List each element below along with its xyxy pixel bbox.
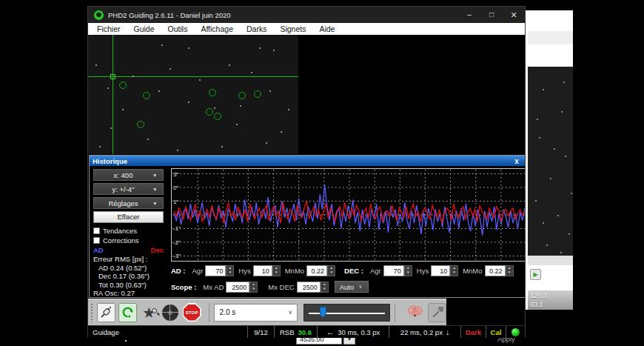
star bbox=[561, 111, 563, 113]
title-bar[interactable]: PHD2 Guiding 2.6.11 - Daniel juin 2020 –… bbox=[88, 7, 525, 23]
star bbox=[563, 81, 565, 83]
background-window-panel bbox=[528, 44, 573, 67]
menu-guide[interactable]: Guide bbox=[127, 24, 161, 33]
exposure-duration-dropdown[interactable]: 2.0 s ∨ bbox=[214, 304, 298, 322]
max-dec-duration-spinner[interactable]: 2500 ▲▼ bbox=[297, 282, 329, 293]
loop-exposures-button[interactable] bbox=[118, 303, 137, 322]
menu-outils[interactable]: Outils bbox=[161, 24, 195, 33]
clear-button[interactable]: Effacer bbox=[93, 211, 164, 223]
star bbox=[99, 146, 101, 147]
status-bar: Guidage 9/12 RSB 30.6 ← 30 ms, 0.3 px 22… bbox=[88, 325, 525, 338]
connect-equipment-button[interactable] bbox=[97, 303, 115, 322]
guide-camera-image[interactable] bbox=[88, 35, 298, 154]
status-ra-correction: ← 30 ms, 0.3 px bbox=[317, 326, 389, 338]
star bbox=[147, 139, 149, 140]
max-ra-duration-spinner[interactable]: 2500 ▲▼ bbox=[226, 282, 258, 293]
stop-sign-icon: STOP bbox=[183, 303, 201, 322]
main-toolbar: ★ STOP 2.0 s ∨ bbox=[88, 299, 525, 325]
spinner-arrows-icon[interactable]: ▲▼ bbox=[506, 265, 514, 276]
menu-darks[interactable]: Darks bbox=[240, 24, 273, 33]
background-window-strip: ▶ 125.3 83.1 bbox=[526, 10, 573, 310]
history-panel-titlebar[interactable]: Historique x bbox=[90, 156, 525, 166]
readout-value: 125.3 bbox=[530, 291, 573, 300]
menu-signets[interactable]: Signets bbox=[273, 24, 312, 33]
x-scale-dropdown[interactable]: x: 400 ▼ bbox=[93, 169, 164, 181]
spinner-arrows-icon[interactable]: ▲▼ bbox=[327, 265, 335, 276]
spinner-arrows-icon[interactable]: ▲▼ bbox=[226, 265, 234, 276]
maximize-button[interactable]: □ bbox=[480, 7, 503, 23]
trend-checkbox[interactable] bbox=[93, 227, 100, 234]
star bbox=[170, 68, 171, 70]
play-arrow-button[interactable]: ▶ bbox=[530, 269, 541, 280]
guide-star-circle bbox=[119, 81, 127, 89]
ad-hysteresis-spinner[interactable]: 10 ▲▼ bbox=[253, 265, 281, 276]
target-crosshair-icon bbox=[162, 305, 178, 321]
guiding-history-chart: 3"2"1"-1"-2"-3" bbox=[171, 168, 525, 262]
guide-star-circle bbox=[143, 92, 150, 99]
star bbox=[188, 102, 189, 103]
dec-guide-mode-dropdown[interactable]: Auto ∨ bbox=[335, 281, 369, 293]
star bbox=[269, 90, 271, 92]
star bbox=[535, 200, 537, 202]
settings-dropdown[interactable]: Réglages ▼ bbox=[93, 197, 164, 209]
chevron-down-icon: ∨ bbox=[288, 309, 292, 316]
menu-bar: Fichier Guide Outils Affichage Darks Sig… bbox=[88, 23, 525, 35]
star bbox=[199, 79, 201, 81]
begin-guiding-button[interactable] bbox=[161, 303, 180, 322]
crosshair-horizontal-line bbox=[88, 76, 298, 77]
camera-settings-button[interactable] bbox=[428, 303, 446, 322]
star bbox=[221, 146, 223, 147]
arrow-down-icon: ↓ bbox=[446, 327, 449, 336]
star bbox=[251, 72, 252, 73]
star bbox=[214, 107, 215, 109]
star bbox=[546, 244, 548, 246]
menu-aide[interactable]: Aide bbox=[312, 24, 341, 33]
stop-button[interactable]: STOP bbox=[183, 303, 201, 322]
ad-minmove-spinner[interactable]: 0.22 ▲▼ bbox=[306, 265, 335, 276]
star bbox=[259, 47, 261, 49]
corrections-checkbox[interactable] bbox=[93, 237, 100, 244]
guide-star-circle bbox=[238, 92, 246, 99]
history-controls-column: x: 400 ▼ y: +/-4" ▼ Réglages ▼ Effacer bbox=[90, 166, 170, 298]
star bbox=[229, 64, 230, 66]
y-tick-label: 3" bbox=[173, 170, 178, 177]
dec-aggression-spinner[interactable]: 70 ▲▼ bbox=[383, 265, 412, 276]
minimize-button[interactable]: – bbox=[458, 7, 480, 23]
y-tick-label: -3" bbox=[173, 253, 181, 259]
slider-handle[interactable] bbox=[320, 307, 326, 318]
auto-select-star-button[interactable]: ★ bbox=[140, 303, 158, 322]
star bbox=[266, 142, 267, 144]
history-close-icon[interactable]: x bbox=[511, 157, 522, 165]
legend-ra-label: AD bbox=[93, 246, 151, 254]
dec-minmove-spinner[interactable]: 0.22 ▲▼ bbox=[485, 265, 514, 276]
star bbox=[288, 109, 289, 110]
chevron-down-icon: ∨ bbox=[358, 284, 362, 290]
menu-fichier[interactable]: Fichier bbox=[90, 24, 127, 33]
spinner-arrows-icon[interactable]: ▲▼ bbox=[450, 265, 458, 276]
y-scale-dropdown[interactable]: y: +/-4" ▼ bbox=[93, 183, 164, 195]
spinner-arrows-icon[interactable]: ▲▼ bbox=[272, 265, 281, 276]
chevron-down-icon: ▼ bbox=[152, 187, 163, 192]
menu-affichage[interactable]: Affichage bbox=[194, 24, 240, 33]
dec-hysteresis-spinner[interactable]: 10 ▲▼ bbox=[431, 265, 458, 276]
lock-position-box bbox=[110, 74, 115, 79]
gamma-slider[interactable] bbox=[303, 304, 390, 322]
spinner-arrows-icon[interactable]: ▲▼ bbox=[249, 282, 258, 293]
star bbox=[571, 193, 572, 194]
ad-aggression-spinner[interactable]: 70 ▲▼ bbox=[205, 265, 234, 276]
guide-star-circle bbox=[137, 121, 144, 128]
trend-checkbox-label: Tendances bbox=[103, 227, 137, 235]
toolbar-grip-handle[interactable] bbox=[90, 303, 94, 322]
y-tick-label: 1" bbox=[173, 198, 178, 204]
rms-dec: Dec 0.17 (0.36") bbox=[93, 272, 170, 281]
wrench-icon bbox=[432, 307, 443, 319]
spinner-arrows-icon[interactable]: ▲▼ bbox=[321, 282, 329, 293]
spinner-arrows-icon[interactable]: ▲▼ bbox=[404, 265, 412, 276]
magnifier-icon bbox=[152, 308, 157, 313]
close-button[interactable]: ✕ bbox=[503, 7, 525, 23]
guide-star-circle bbox=[254, 90, 261, 98]
advanced-settings-button[interactable] bbox=[407, 304, 423, 322]
star bbox=[539, 137, 540, 139]
star bbox=[550, 178, 551, 179]
status-led bbox=[506, 326, 525, 338]
